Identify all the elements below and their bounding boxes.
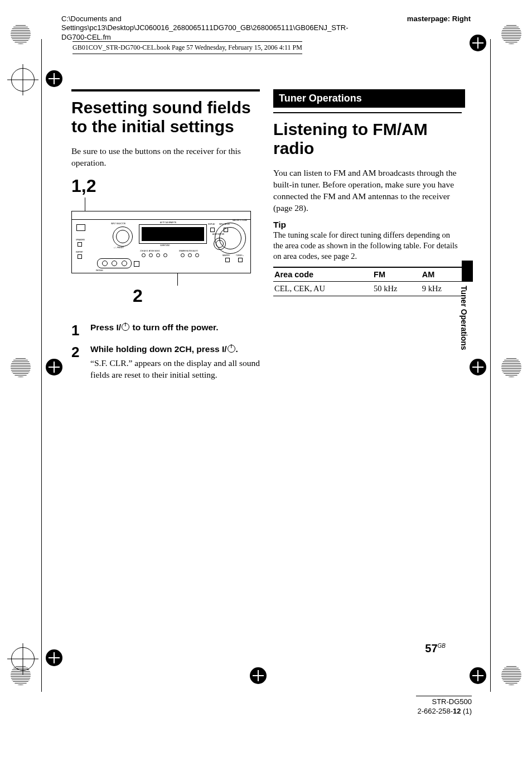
footer-model: STR-DG500 <box>416 697 472 707</box>
reg-cross-t <box>46 70 62 87</box>
reg-hatch-mr <box>501 357 521 377</box>
chapter-bar: Tuner Operations <box>273 89 465 108</box>
table-row: CEL, CEK, AU 50 kHz 9 kHz <box>273 282 462 296</box>
footer-block: STR-DG500 2-662-258-12 (1) <box>416 696 472 716</box>
left-heading: Resetting sound fields to the initial se… <box>71 89 260 136</box>
side-tab <box>462 261 473 282</box>
reg-cross-b <box>46 649 62 666</box>
rcv-tuning-btn <box>238 258 243 262</box>
callout-bottom: 2 <box>133 286 222 306</box>
file-path: C:\Documents and Settings\pc13\Desktop\J… <box>61 15 368 42</box>
rcv-memory-btn <box>225 258 230 262</box>
power-icon <box>228 345 235 353</box>
step-1-title: Press I/ to turn off the power. <box>90 322 260 334</box>
step-1-num: 1 <box>71 322 85 339</box>
tuning-table: Area code FM AM CEL, CEK, AU 50 kHz 9 kH… <box>273 267 462 296</box>
reg-hatch-tl <box>11 24 31 44</box>
reg-cross-ml <box>46 359 62 375</box>
rcv-display <box>139 224 207 244</box>
step-2-title: While holding down 2CH, press I/. <box>90 344 260 355</box>
reg-cross-br <box>470 667 486 684</box>
right-intro: You can listen to FM and AM broadcasts t… <box>273 167 462 214</box>
step-2-num: 2 <box>71 344 85 381</box>
reg-cross-mc <box>250 667 267 684</box>
reg-circ-bot <box>11 647 35 671</box>
footer-docnum: 2-662-258-12 (1) <box>416 707 472 716</box>
rcv-volume-knob <box>215 223 246 254</box>
left-intro: Be sure to use the buttons on the receiv… <box>71 146 260 169</box>
rcv-sq <box>134 261 139 267</box>
tip-heading: Tip <box>273 220 462 230</box>
rcv-misc-row <box>181 253 199 257</box>
callout-line-top <box>85 198 85 211</box>
rcv-sound-field-row <box>142 253 167 257</box>
rcv-display-btn <box>210 228 215 232</box>
reg-hatch-ml <box>11 357 31 377</box>
receiver-diagram: SPEAKERS DMPORT INPUT SELECTOR + / - PRE… <box>71 211 251 273</box>
reg-circ-top <box>11 68 35 91</box>
reg-cross-tr <box>470 35 486 51</box>
rcv-dmport <box>78 254 82 259</box>
reg-cross-mr <box>470 359 486 375</box>
rcv-jacks <box>97 258 132 268</box>
callout-line-bottom <box>177 273 178 286</box>
cutline-right <box>490 39 491 692</box>
side-tab-label: Tuner Operations <box>460 286 468 350</box>
rcv-speakers-toggle <box>78 242 82 247</box>
page-number: 57GB <box>425 642 446 655</box>
page-info: GB01COV_STR-DG700-CEL.book Page 57 Wedne… <box>72 41 302 54</box>
th-fm: FM <box>373 267 421 282</box>
reg-hatch-br <box>501 665 521 685</box>
right-heading: Listening to FM/AM radio <box>273 112 462 157</box>
callout-top: 1,2 <box>71 176 260 196</box>
step-2-body: “S.F. CLR.” appears on the display and a… <box>90 358 260 381</box>
th-area: Area code <box>273 267 373 282</box>
power-icon <box>122 323 129 331</box>
tip-body: The tuning scale for direct tuning diffe… <box>273 230 462 262</box>
rcv-input-knob <box>113 227 133 247</box>
th-am: AM <box>421 267 462 282</box>
cutline-left <box>41 39 42 692</box>
masterpage-label: masterpage: Right <box>407 15 471 23</box>
reg-hatch-tr <box>501 24 521 44</box>
